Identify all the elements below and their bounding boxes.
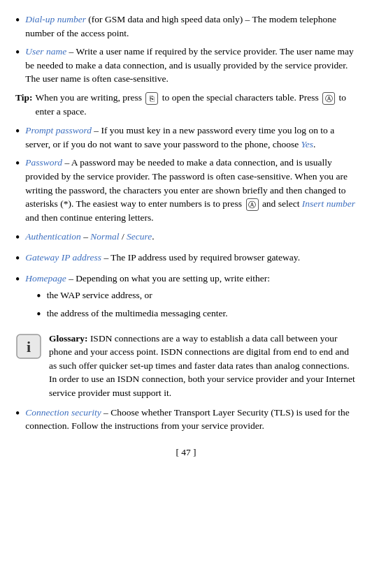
auth-dash: –: [81, 231, 91, 242]
item-text-connection: Connection security – Choose whether Tra…: [25, 406, 357, 433]
page-content: • Dial-up number (for GSM data and high …: [15, 13, 357, 459]
page-number: [ 47 ]: [176, 447, 196, 457]
glossary-icon: i: [15, 333, 42, 360]
auth-rest: .: [152, 231, 154, 242]
main-list-bottom: • Connection security – Choose whether T…: [15, 406, 357, 433]
keyboard-num-icon: Ⓐ: [246, 198, 259, 211]
auth-secure: Secure: [127, 231, 152, 242]
sub-item-text: the address of the multimedia messaging …: [47, 307, 228, 321]
sub-bullet-icon: •: [36, 288, 41, 304]
authentication-link: Authentication: [25, 231, 80, 242]
prompt-link: Prompt password: [25, 125, 92, 135]
bullet-icon: •: [15, 230, 20, 246]
sub-list-item: • the WAP service address, or: [36, 288, 357, 304]
auth-normal: Normal: [90, 231, 119, 242]
yes-link: Yes: [301, 139, 314, 149]
bullet-icon: •: [15, 13, 20, 29]
list-item-prompt: • Prompt password – If you must key in a…: [15, 124, 357, 151]
auth-slash: /: [120, 231, 127, 242]
tip-text: When you are writing, press ⎘ to open th…: [36, 91, 357, 118]
list-item-homepage: • Homepage – Depending on what you are s…: [15, 272, 357, 325]
sub-bullet-icon: •: [36, 307, 41, 323]
insert-number-link: Insert number: [302, 198, 355, 209]
tip-text-middle: to open the special characters table. Pr…: [162, 92, 319, 103]
list-item-connection: • Connection security – Choose whether T…: [15, 406, 357, 433]
item-text: User name – Write a user name if require…: [25, 45, 357, 86]
bullet-icon: •: [15, 272, 20, 288]
sub-list-item: • the address of the multimedia messagin…: [36, 307, 357, 323]
bullet-icon: •: [15, 406, 20, 422]
username-rest: – Write a user name if required by the s…: [25, 46, 353, 84]
page-footer: [ 47 ]: [15, 446, 357, 460]
item-text-auth: Authentication – Normal / Secure.: [25, 230, 357, 244]
dial-up-link: Dial-up number: [25, 14, 86, 24]
sub-list: • the WAP service address, or • the addr…: [36, 288, 357, 323]
item-text-gateway: Gateway IP address – The IP address used…: [25, 251, 357, 265]
tip-label: Tip:: [15, 91, 33, 105]
glossary-row: i Glossary: ISDN connections are a way t…: [15, 332, 357, 400]
list-item: • Dial-up number (for GSM data and high …: [15, 13, 357, 40]
homepage-rest: – Depending on what you are setting up, …: [66, 273, 270, 284]
gateway-link: Gateway IP address: [25, 252, 101, 263]
gateway-rest: – The IP address used by required browse…: [101, 252, 300, 263]
tip-text-before: When you are writing, press: [36, 92, 143, 103]
bullet-icon: •: [15, 251, 20, 267]
username-link: User name: [25, 46, 66, 57]
svg-text:i: i: [27, 338, 31, 355]
homepage-link: Homepage: [25, 273, 66, 284]
list-item: • User name – Write a user name if requi…: [15, 45, 357, 86]
glossary-body-text: ISDN connections are a way to establish …: [49, 333, 355, 398]
tip-row: Tip: When you are writing, press ⎘ to op…: [15, 91, 357, 118]
password-link: Password: [25, 157, 62, 168]
main-list-mid: • Prompt password – If you must key in a…: [15, 124, 357, 325]
bullet-icon: •: [15, 156, 20, 172]
glossary-text: Glossary: ISDN connections are a way to …: [49, 332, 357, 400]
keyboard-special-icon: ⎘: [145, 92, 158, 105]
glossary-label: Glossary:: [49, 333, 88, 344]
list-item-authentication: • Authentication – Normal / Secure.: [15, 230, 357, 246]
main-list-top: • Dial-up number (for GSM data and high …: [15, 13, 357, 86]
connection-security-link: Connection security: [25, 407, 101, 418]
list-item-password: • Password – A password may be needed to…: [15, 156, 357, 224]
prompt-rest2: .: [313, 139, 315, 149]
item-text-homepage: Homepage – Depending on what you are set…: [25, 272, 357, 325]
item-text-password: Password – A password may be needed to m…: [25, 156, 357, 224]
item-text: Dial-up number (for GSM data and high sp…: [25, 13, 357, 40]
bullet-icon: •: [15, 45, 20, 61]
item-text-prompt: Prompt password – If you must key in a n…: [25, 124, 357, 151]
keyboard-space-icon: Ⓐ: [322, 92, 335, 105]
password-rest3: and then continue entering letters.: [25, 212, 153, 223]
password-rest2: and select: [262, 198, 302, 209]
sub-item-text: the WAP service address, or: [47, 288, 152, 302]
bullet-icon: •: [15, 124, 20, 140]
list-item-gateway: • Gateway IP address – The IP address us…: [15, 251, 357, 267]
